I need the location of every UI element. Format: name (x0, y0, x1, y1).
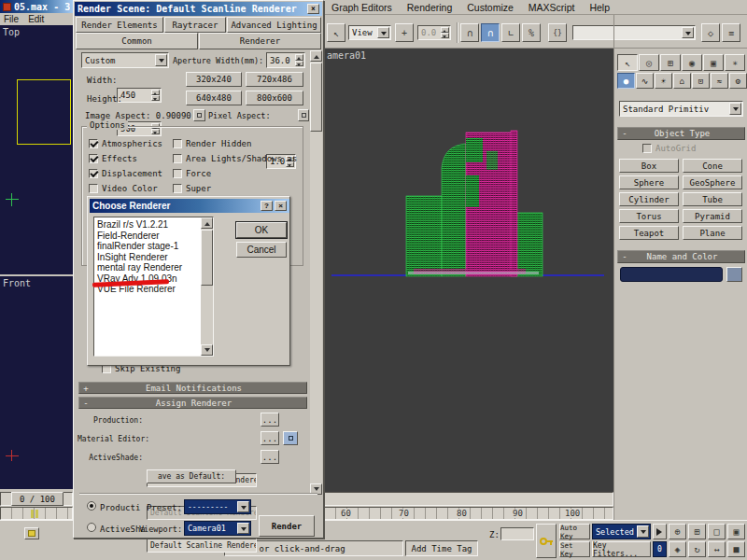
save-as-default-button[interactable]: ave as Default: (147, 469, 236, 483)
select-object-icon[interactable]: ↖ (327, 23, 345, 42)
chevron-down-icon[interactable] (237, 501, 249, 512)
axis-constraint-icon[interactable]: + (395, 23, 414, 42)
list-scrollbar[interactable] (201, 217, 213, 356)
list-item-finalrender[interactable]: finalRender stage-1 (97, 241, 213, 252)
checkbox-checked-icon[interactable] (89, 139, 98, 148)
pixel-aspect-lock-icon[interactable] (298, 109, 309, 121)
tab-advanced-lighting[interactable]: Advanced Lighting (227, 17, 321, 33)
rollout-object-type[interactable]: - Object Type (617, 127, 745, 140)
checkbox-icon[interactable] (173, 139, 182, 148)
tab-raytracer[interactable]: Raytracer (164, 17, 226, 33)
scrollbar-thumb[interactable] (310, 63, 322, 132)
checkbox-icon[interactable] (89, 184, 98, 193)
opt-atmospherics[interactable]: Atmospherics (89, 139, 162, 148)
track-key-marker[interactable] (35, 510, 38, 518)
button-torus[interactable]: Torus (619, 209, 679, 223)
preset-dropdown[interactable]: --------- (184, 499, 251, 514)
list-item-brazil[interactable]: Brazil r/s V1.2.21 (97, 219, 213, 231)
selection-set-dropdown[interactable]: Selected (592, 524, 651, 539)
scroll-down-icon[interactable] (201, 344, 213, 356)
cancel-button[interactable]: Cancel (236, 242, 287, 258)
opt-force[interactable]: Force (173, 169, 211, 178)
tab-modify-icon[interactable]: ◎ (639, 54, 659, 71)
cat-helpers-icon[interactable]: ⊡ (692, 73, 710, 89)
choose-renderer-titlebar[interactable]: Choose Renderer ? × (90, 199, 289, 213)
play-button[interactable] (653, 524, 667, 539)
arc-rotate-icon[interactable]: ↻ (688, 541, 706, 557)
checkbox-checked-icon[interactable] (89, 154, 98, 163)
button-geosphere[interactable]: GeoSphere (683, 175, 742, 189)
rollout-name-color[interactable]: - Name and Color (617, 250, 745, 263)
checkbox-icon[interactable] (173, 184, 182, 193)
viewport-front[interactable]: Front (0, 276, 73, 489)
viewport-top[interactable]: Top (0, 25, 73, 274)
time-slider-track-main[interactable] (324, 492, 613, 506)
z-coordinate-field[interactable] (500, 527, 534, 540)
tab-render-elements[interactable]: Render Elements (76, 17, 163, 33)
menu-file[interactable]: File (4, 14, 19, 24)
opt-render-hidden[interactable]: Render Hidden (173, 139, 251, 148)
set-keys-button[interactable] (536, 524, 557, 558)
image-aspect-lock-icon[interactable] (193, 109, 205, 121)
spinner-arrows-icon[interactable] (441, 27, 449, 38)
selection-lock-icon[interactable] (24, 527, 39, 539)
chevron-down-icon[interactable] (637, 525, 649, 538)
button-box[interactable]: Box (619, 159, 679, 173)
autogrid-checkbox[interactable] (642, 144, 652, 153)
button-plane[interactable]: Plane (683, 226, 742, 240)
spinner-arrows-icon[interactable] (295, 54, 303, 66)
app-title-bar[interactable]: 05.max - 3ds... (0, 0, 73, 13)
opt-super[interactable]: Super (173, 184, 211, 193)
auto-key-button[interactable]: Auto Key (559, 524, 590, 539)
track-bar-left[interactable] (0, 507, 73, 520)
cat-spacewarps-icon[interactable]: ≈ (711, 73, 728, 89)
zoom-all-icon[interactable]: ⊞ (688, 524, 706, 539)
cat-lights-icon[interactable]: ☀ (655, 73, 672, 89)
menu-maxscript[interactable]: MAXScript (521, 2, 583, 13)
list-item-field[interactable]: Field-Renderer (97, 231, 213, 242)
aperture-field[interactable]: 36.0 (266, 52, 305, 68)
activeshade-radio[interactable] (87, 523, 96, 532)
rollout-email-notifications[interactable]: + Email Notifications (78, 382, 307, 394)
tab-create-icon[interactable]: ↖ (617, 54, 638, 71)
res-720x486-button[interactable]: 720x486 (246, 72, 303, 87)
res-640x480-button[interactable]: 640x480 (186, 91, 242, 105)
zoom-region-icon[interactable]: ▣ (727, 524, 745, 539)
button-tube[interactable]: Tube (683, 192, 742, 206)
primitive-category-dropdown[interactable]: Standard Primitiv (619, 101, 743, 117)
min-max-toggle-icon[interactable]: ↔ (708, 541, 726, 557)
tab-display-icon[interactable]: ▣ (703, 54, 724, 71)
edit-named-selections-icon[interactable]: {} (548, 23, 567, 42)
reference-coordinate-dropdown[interactable]: View (348, 25, 391, 40)
button-pyramid[interactable]: Pyramid (683, 209, 742, 223)
menu-customize[interactable]: Customize (459, 2, 521, 13)
help-icon[interactable]: ? (261, 201, 273, 211)
viewport-camera[interactable]: amera01 (324, 49, 613, 492)
chevron-down-icon[interactable] (729, 103, 741, 115)
opt-area-lights[interactable]: Area Lights/Shadows as (173, 154, 297, 163)
zoom-extents-icon[interactable]: □ (708, 524, 726, 539)
chevron-down-icon[interactable] (155, 54, 167, 66)
opt-effects[interactable]: Effects (89, 154, 137, 163)
scroll-up-icon[interactable] (310, 50, 322, 62)
pan-icon[interactable]: ◈ (669, 541, 686, 557)
cat-systems-icon[interactable]: ⚙ (729, 73, 747, 89)
percent-snap-icon[interactable]: % (522, 23, 541, 42)
current-frame-field[interactable]: 0 (653, 541, 667, 557)
chevron-down-icon[interactable] (377, 27, 389, 38)
list-scrollbar-thumb[interactable] (201, 230, 213, 286)
set-key-button[interactable]: Set Key (559, 541, 590, 557)
maximize-viewport-icon[interactable]: ■ (727, 541, 745, 557)
activeshade-browse-button[interactable]: ... (261, 450, 279, 464)
checkbox-checked-icon[interactable] (89, 169, 98, 178)
render-dialog-titlebar[interactable]: Render Scene: Default Scanline Renderer … (75, 2, 322, 16)
key-filters-button[interactable]: Key Filters... (592, 541, 651, 557)
angle-snap-field[interactable]: 0.0 (417, 25, 451, 40)
checkbox-icon[interactable] (173, 154, 182, 163)
tab-hierarchy-icon[interactable]: ⊞ (660, 54, 681, 71)
track-key-marker[interactable] (31, 510, 34, 518)
tab-common[interactable]: Common (76, 33, 198, 49)
menu-edit[interactable]: Edit (28, 14, 44, 24)
add-time-tag[interactable]: Add Time Tag (405, 540, 478, 556)
time-slider-handle[interactable]: 0 / 100 (11, 492, 63, 506)
